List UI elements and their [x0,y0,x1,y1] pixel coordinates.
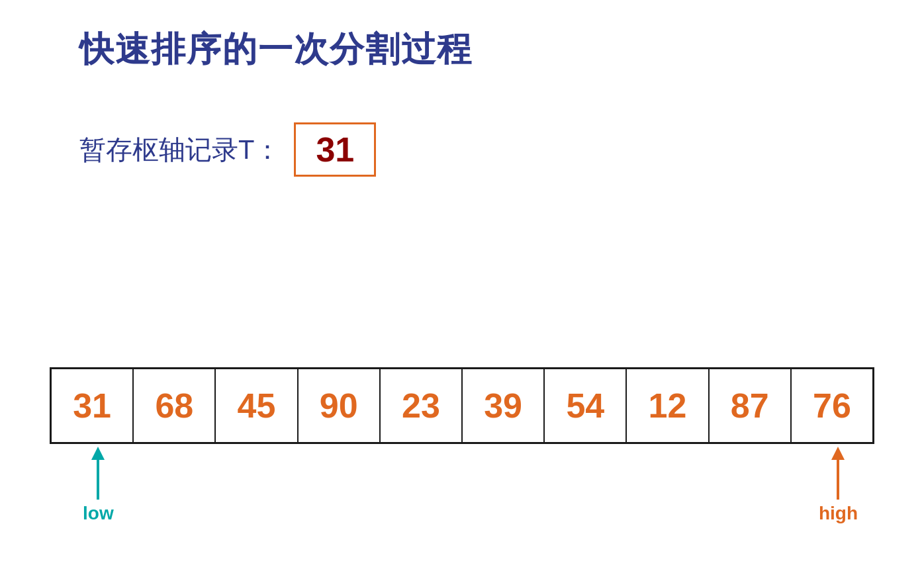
pivot-label-text: 暂存枢轴记录T： [79,132,281,168]
array-cell-9: 76 [792,369,872,442]
array-cell-2: 45 [216,369,298,442]
array-cell-3: 90 [299,369,381,442]
array-cell-8: 87 [710,369,792,442]
high-arrow-container: high [819,447,858,524]
array-cell-0: 31 [52,369,134,442]
page-title: 快速排序的一次分割过程 [79,26,473,73]
high-arrow-head [831,447,845,460]
pivot-label-container: 暂存枢轴记录T： 31 [79,122,376,177]
pivot-value: 31 [316,130,354,169]
array-cell-7: 12 [627,369,709,442]
low-arrow-container: low [83,447,114,524]
array-cell-6: 54 [545,369,627,442]
array-cell-4: 23 [381,369,463,442]
high-label: high [819,503,858,524]
array-cell-1: 68 [134,369,216,442]
low-arrow-head [91,447,105,460]
array-container: 31684590233954128776 [50,367,874,444]
high-arrow-line [837,460,839,500]
low-arrow-line [97,460,99,500]
pivot-box: 31 [294,122,376,177]
array-cell-5: 39 [463,369,545,442]
low-label: low [83,503,114,524]
